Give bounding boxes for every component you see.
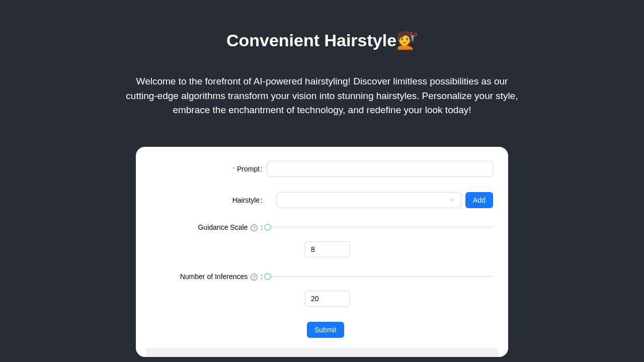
submit-row: Submit bbox=[151, 322, 493, 338]
page-title: Convenient Hairstyle💇 bbox=[0, 30, 644, 50]
num-inferences-input[interactable] bbox=[305, 291, 350, 307]
label-colon: : bbox=[261, 223, 263, 231]
prompt-label-text: Prompt bbox=[237, 165, 260, 173]
slider-handle[interactable] bbox=[264, 273, 271, 280]
add-button[interactable]: Add bbox=[465, 192, 493, 208]
guidance-scale-label: Guidance Scale : bbox=[151, 223, 267, 231]
num-inferences-label: Number of Inferences : bbox=[151, 273, 267, 281]
hairstyle-row: Hairstyle: Add bbox=[151, 192, 493, 208]
prompt-row: *Prompt: bbox=[151, 161, 493, 177]
form-card: *Prompt: Hairstyle: Add Guidance Scale : bbox=[136, 147, 508, 357]
label-colon: : bbox=[261, 165, 263, 173]
num-inferences-slider[interactable] bbox=[268, 276, 493, 278]
label-colon: : bbox=[261, 196, 263, 204]
prompt-label: *Prompt: bbox=[151, 165, 267, 173]
prompt-input[interactable] bbox=[267, 161, 493, 177]
guidance-scale-slider[interactable] bbox=[268, 226, 493, 228]
num-inferences-value-row bbox=[151, 291, 493, 307]
description-text: Welcome to the forefront of AI-powered h… bbox=[126, 74, 518, 118]
num-inferences-row: Number of Inferences : bbox=[151, 273, 493, 281]
help-icon[interactable] bbox=[251, 274, 258, 281]
hairstyle-label: Hairstyle: bbox=[151, 196, 267, 204]
guidance-scale-row: Guidance Scale : bbox=[151, 223, 493, 231]
chevron-down-icon bbox=[449, 197, 455, 203]
submit-button[interactable]: Submit bbox=[307, 322, 344, 338]
slider-handle[interactable] bbox=[264, 224, 271, 231]
label-colon: : bbox=[261, 273, 263, 281]
guidance-scale-value-row bbox=[151, 241, 493, 257]
hairstyle-label-text: Hairstyle bbox=[232, 196, 260, 204]
required-indicator: * bbox=[232, 165, 235, 173]
guidance-scale-label-text: Guidance Scale bbox=[198, 223, 248, 231]
bottom-band bbox=[146, 348, 498, 357]
help-icon[interactable] bbox=[251, 224, 258, 231]
num-inferences-label-text: Number of Inferences bbox=[180, 273, 248, 281]
guidance-scale-input[interactable] bbox=[305, 241, 350, 257]
hairstyle-select[interactable] bbox=[277, 192, 461, 208]
